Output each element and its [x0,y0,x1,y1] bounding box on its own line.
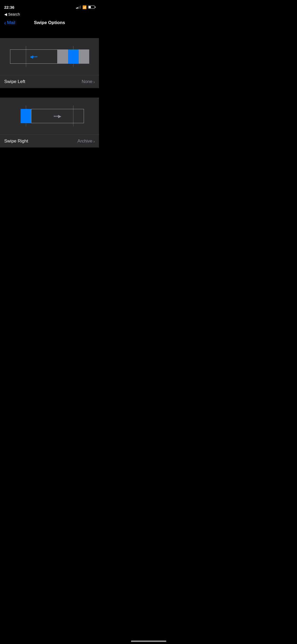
battery-icon [88,6,95,9]
swipe-left-value-text: None [82,79,92,84]
swipe-left-arrow-icon: ◀••• [30,54,37,59]
swipe-right-value: Archive › [77,139,95,144]
swipe-right-value-text: Archive [77,139,92,144]
search-row: ◀ Search [0,12,99,18]
swipe-left-diagram: ◀••• [10,46,89,67]
option-cell-gray-2 [79,49,89,64]
swipe-left-content-box: ◀••• [10,49,58,64]
page-title: Swipe Options [34,20,65,25]
search-label: Search [8,12,20,16]
swipe-right-row-item[interactable]: Swipe Right Archive › [0,135,99,148]
option-cell-gray-1 [58,49,68,64]
status-time: 22:36 [4,5,14,10]
swipe-left-diagram-container: ◀••• [0,38,99,75]
nav-bar: ‹ Mail Swipe Options [0,18,99,29]
swipe-left-row: ◀••• [10,49,89,64]
back-chevron-icon: ‹ [4,20,6,26]
swipe-right-row: •••▶ [21,109,89,123]
swipe-right-blue-cell [21,109,31,123]
back-label: Mail [7,20,15,25]
status-bar: 22:36 📶 [0,0,99,12]
swipe-right-label: Swipe Right [4,139,28,144]
swipe-left-label: Swipe Left [4,79,25,84]
chevron-left-icon: ◀ [4,12,7,16]
wifi-icon: 📶 [82,5,87,9]
signal-icon [76,6,81,9]
search-back: ◀ Search [4,12,95,16]
swipe-right-content-box: •••▶ [31,109,84,123]
swipe-right-arrow-icon: •••▶ [54,114,61,119]
swipe-right-diagram-container: •••▶ [0,98,99,135]
swipe-left-section: ◀••• Swipe Left None › [0,38,99,88]
swipe-left-options [58,49,89,64]
status-icons: 📶 [76,5,95,9]
swipe-left-row-item[interactable]: Swipe Left None › [0,75,99,88]
swipe-right-diagram: •••▶ [10,105,89,127]
option-cell-blue [68,49,79,64]
swipe-left-chevron-icon: › [93,80,95,84]
section-divider-top [0,29,99,38]
swipe-right-section: •••▶ Swipe Right Archive › [0,98,99,148]
swipe-left-value: None › [82,79,95,84]
swipe-right-chevron-icon: › [93,139,95,144]
section-divider-middle [0,88,99,98]
back-button[interactable]: ‹ Mail [4,20,15,26]
